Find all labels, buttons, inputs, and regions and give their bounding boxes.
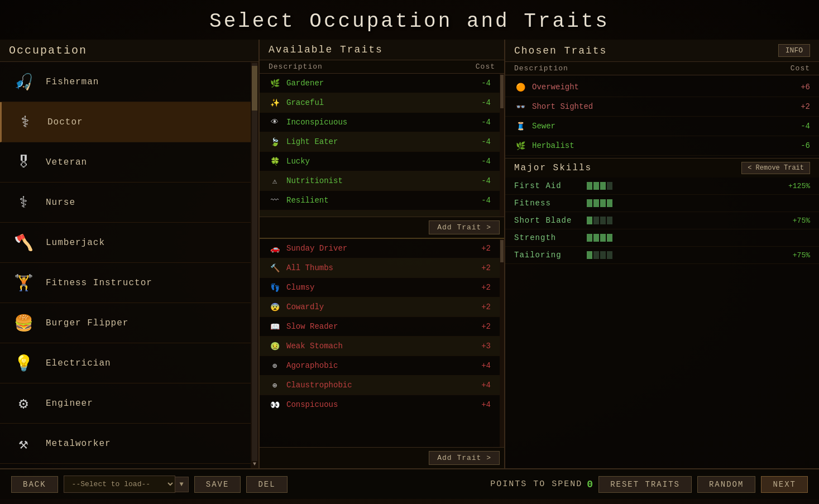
chosen-trait-icon-0: 🟠 xyxy=(514,81,526,93)
neg-trait-icon-5: 🤢 xyxy=(269,340,281,352)
next-button[interactable]: NEXT xyxy=(761,476,808,493)
positive-trait-lucky[interactable]: 🍀 Lucky -4 xyxy=(260,152,500,171)
negative-trait-cost-4: +2 xyxy=(481,322,491,331)
load-dropdown-container: --Select to load-- ▼ xyxy=(64,476,189,493)
add-trait-positive-button[interactable]: Add Trait > xyxy=(429,220,500,234)
negative-trait-name-2: Clumsy xyxy=(286,283,481,292)
skill-bonus-4: +75% xyxy=(777,251,810,260)
skill-bar-0-2 xyxy=(600,182,606,190)
negative-trait-cost-5: +3 xyxy=(481,342,491,351)
chosen-trait-short-sighted[interactable]: 👓 Short Sighted +2 xyxy=(505,97,819,117)
dropdown-arrow-icon[interactable]: ▼ xyxy=(175,477,189,492)
negative-traits-section: 🚗 Sunday Driver +2 🔨 All Thumbs +2 👣 Clu… xyxy=(260,239,504,468)
skill-bar-1-1 xyxy=(593,199,599,207)
chosen-trait-icon-3: 🌿 xyxy=(514,140,526,152)
neg-trait-icon-3: 😨 xyxy=(269,301,281,313)
occupation-item-engineer[interactable]: ⚙ Engineer xyxy=(0,383,251,424)
trait-icon-5: ⚠ xyxy=(269,175,281,187)
trait-icon-0: 🌿 xyxy=(269,77,281,89)
skill-bar-2-3 xyxy=(607,217,612,224)
negative-trait-weak-stomach[interactable]: 🤢 Weak Stomach +3 xyxy=(260,337,500,356)
negative-trait-claustrophobic[interactable]: ⊕ Claustrophobic +4 xyxy=(260,376,500,395)
random-button[interactable]: RANDOM xyxy=(697,476,755,493)
negative-trait-clumsy[interactable]: 👣 Clumsy +2 xyxy=(260,278,500,297)
skill-bonus-0: +125% xyxy=(777,182,810,190)
trait-icon-2: 👁 xyxy=(269,116,281,128)
positive-trait-nutritionist[interactable]: ⚠ Nutritionist -4 xyxy=(260,171,500,191)
save-button[interactable]: Save xyxy=(194,476,241,493)
skill-bar-4-3 xyxy=(607,251,612,259)
skill-bar-1-0 xyxy=(587,199,592,207)
positive-trait-resilient[interactable]: 〰 Resilient -4 xyxy=(260,191,500,210)
negative-trait-conspicuous[interactable]: 👀 Conspicuous +4 xyxy=(260,395,500,412)
occupation-name-nurse: Nurse xyxy=(46,198,75,208)
occupation-item-electrician[interactable]: 💡 Electrician xyxy=(0,343,251,383)
skill-name-1: Fitness xyxy=(514,199,587,208)
occupation-icon-engineer: ⚙ xyxy=(9,389,38,418)
info-button[interactable]: INFO xyxy=(778,44,810,57)
occupation-item-veteran[interactable]: 🎖 Veteran xyxy=(0,142,251,183)
chosen-trait-name-1: Short Sighted xyxy=(532,102,801,111)
chosen-trait-cost-3: -6 xyxy=(801,141,810,150)
trait-icon-4: 🍀 xyxy=(269,155,281,167)
positive-trait-inconspicuous[interactable]: 👁 Inconspicuous -4 xyxy=(260,113,500,132)
positive-traits-section: Description Cost 🌿 Gardener -4 ✨ Gracefu… xyxy=(260,60,504,239)
trait-icon-1: ✨ xyxy=(269,97,281,109)
chosen-trait-herbalist[interactable]: 🌿 Herbalist -6 xyxy=(505,136,819,156)
skill-bar-3-0 xyxy=(587,234,592,242)
occupation-item-fisherman[interactable]: 🎣 Fisherman xyxy=(0,62,251,102)
occupation-icon-doctor: ⚕ xyxy=(11,108,40,137)
skill-bar-3-1 xyxy=(593,234,599,242)
occupation-item-nurse[interactable]: ⚕ Nurse xyxy=(0,183,251,223)
positive-trait-runner[interactable]: 👟 Runner -4 xyxy=(260,210,500,217)
occupation-icon-electrician: 💡 xyxy=(9,349,38,378)
occupation-item-metalworker[interactable]: ⚒ Metalworker xyxy=(0,424,251,464)
negative-trait-name-7: Claustrophobic xyxy=(286,381,481,390)
skill-bars-0 xyxy=(587,182,777,190)
back-button[interactable]: BACK xyxy=(11,476,58,493)
chosen-trait-sewer[interactable]: 🧵 Sewer -4 xyxy=(505,117,819,136)
neg-trait-icon-0: 🚗 xyxy=(269,242,281,255)
occupation-name-engineer: Engineer xyxy=(46,399,93,409)
occupation-item-fitness-instructor[interactable]: 🏋 Fitness Instructor xyxy=(0,263,251,303)
positive-trait-graceful[interactable]: ✨ Graceful -4 xyxy=(260,93,500,113)
skill-bar-1-3 xyxy=(607,199,612,207)
chosen-trait-overweight[interactable]: 🟠 Overweight +6 xyxy=(505,78,819,97)
occupation-scrollbar[interactable]: ▼ xyxy=(251,62,258,468)
chosen-panel-header: Chosen Traits INFO xyxy=(505,40,819,62)
negative-trait-cowardly[interactable]: 😨 Cowardly +2 xyxy=(260,297,500,317)
chosen-trait-cost-1: +2 xyxy=(801,102,810,111)
neg-trait-icon-4: 📖 xyxy=(269,320,281,333)
skill-bars-3 xyxy=(587,234,777,242)
negative-traits-list: 🚗 Sunday Driver +2 🔨 All Thumbs +2 👣 Clu… xyxy=(260,239,500,412)
negative-trait-agoraphobic[interactable]: ⊕ Agoraphobic +4 xyxy=(260,356,500,376)
occupation-item-burger-flipper[interactable]: 🍔 Burger Flipper xyxy=(0,303,251,343)
skill-bar-2-1 xyxy=(593,217,599,224)
occupation-name-electrician: Electrician xyxy=(46,358,111,368)
points-value: 0 xyxy=(587,479,593,490)
occupation-name-fitness-instructor: Fitness Instructor xyxy=(46,278,152,288)
skill-row-first-aid: First Aid +125% xyxy=(505,177,819,195)
del-button[interactable]: Del xyxy=(246,476,287,493)
occupation-item-lumberjack[interactable]: 🪓 Lumberjack xyxy=(0,223,251,263)
skill-bar-2-2 xyxy=(600,217,606,224)
trait-icon-6: 〰 xyxy=(269,194,281,207)
negative-trait-sunday-driver[interactable]: 🚗 Sunday Driver +2 xyxy=(260,239,500,258)
add-trait-negative-button[interactable]: Add Trait > xyxy=(429,451,500,465)
page-title: Select Occupation and Traits xyxy=(0,10,819,33)
occupation-item-doctor[interactable]: ⚕ Doctor xyxy=(0,102,251,142)
positive-traits-list: 🌿 Gardener -4 ✨ Graceful -4 👁 Inconspicu… xyxy=(260,74,500,217)
negative-trait-cost-8: +4 xyxy=(481,400,491,409)
negative-trait-all-thumbs[interactable]: 🔨 All Thumbs +2 xyxy=(260,258,500,278)
positive-trait-light-eater[interactable]: 🍃 Light Eater -4 xyxy=(260,132,500,152)
page-header: Select Occupation and Traits xyxy=(0,0,819,40)
reset-traits-button[interactable]: RESET TRAITS xyxy=(598,476,692,493)
negative-trait-cost-1: +2 xyxy=(481,263,491,272)
remove-trait-button[interactable]: < Remove Trait xyxy=(741,162,810,174)
positive-trait-gardener[interactable]: 🌿 Gardener -4 xyxy=(260,74,500,93)
scroll-down-arrow[interactable]: ▼ xyxy=(253,461,256,467)
load-select[interactable]: --Select to load-- xyxy=(64,476,175,493)
occupation-icon-fitness-instructor: 🏋 xyxy=(9,268,38,297)
occupation-name-burger-flipper: Burger Flipper xyxy=(46,318,128,328)
negative-trait-slow-reader[interactable]: 📖 Slow Reader +2 xyxy=(260,317,500,337)
